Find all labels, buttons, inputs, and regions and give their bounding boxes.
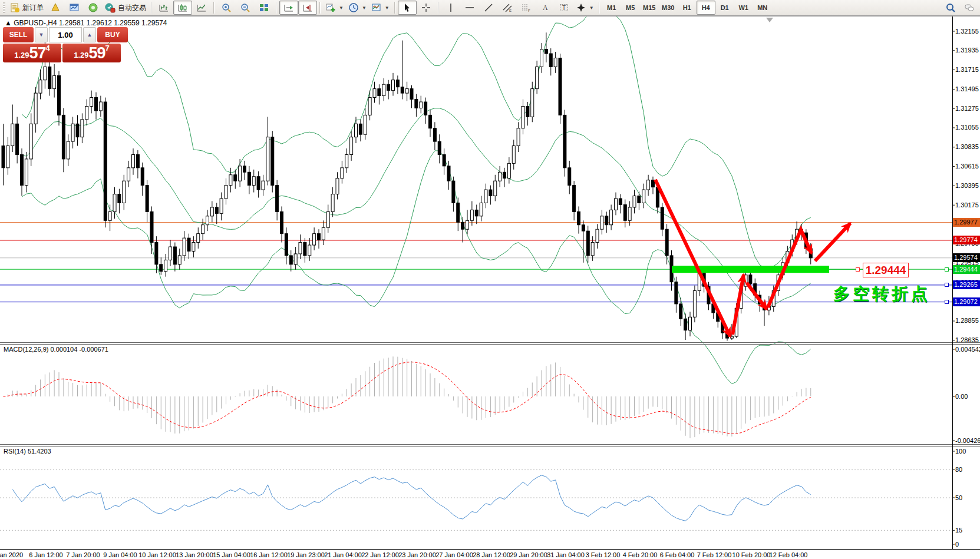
chart-shift-icon bbox=[302, 2, 313, 13]
trendline-tool-button[interactable] bbox=[479, 1, 498, 15]
rsi-axis-tick: 80 bbox=[955, 466, 962, 473]
vertical-line-icon bbox=[446, 2, 456, 13]
time-axis-label: 7 Feb 12:00 bbox=[697, 551, 732, 558]
auto-trading-icon bbox=[105, 2, 116, 13]
time-axis-label: 10 Feb 20:00 bbox=[732, 551, 771, 558]
price-axis-tick: 1.30175 bbox=[955, 201, 979, 209]
sell-price-tile[interactable]: 1.29574 bbox=[3, 44, 61, 62]
rsi-axis-tick: 0 bbox=[955, 541, 959, 548]
vertical-line-tool-button[interactable] bbox=[441, 1, 460, 15]
price-axis-tick: 1.31055 bbox=[955, 124, 979, 131]
lot-decrease-button[interactable]: ▼ bbox=[35, 27, 48, 42]
zoom-out-button[interactable] bbox=[236, 1, 255, 15]
zoom-in-button[interactable] bbox=[217, 1, 236, 15]
new-order-button[interactable]: 新订单 bbox=[7, 1, 46, 15]
tile-windows-button[interactable] bbox=[255, 1, 273, 15]
timeframe-h1[interactable]: H1 bbox=[678, 1, 697, 15]
time-axis-label: 6 Feb 04:00 bbox=[660, 551, 695, 558]
horizontal-line-tool-button[interactable] bbox=[460, 1, 479, 15]
rsi-axis-tick: 50 bbox=[955, 494, 962, 501]
one-click-trading-panel: SELL ▼ ▲ BUY 1.29574 1.29597 bbox=[3, 27, 121, 62]
sell-button[interactable]: SELL bbox=[3, 27, 34, 42]
line-selection-handle[interactable] bbox=[856, 267, 860, 272]
chart-window-button[interactable] bbox=[46, 1, 65, 15]
chat-button[interactable] bbox=[960, 1, 979, 15]
auto-scroll-button[interactable] bbox=[279, 1, 298, 15]
text-tool-button[interactable]: A bbox=[536, 1, 555, 15]
lot-increase-button[interactable]: ▲ bbox=[83, 27, 96, 42]
line-selection-handle[interactable] bbox=[945, 300, 949, 304]
time-axis-label: 7 Jan 20:00 bbox=[66, 551, 100, 558]
macd-indicator-label: MACD(12,26,9) 0.000104 -0.000671 bbox=[4, 346, 108, 353]
equidistant-channel-icon: E bbox=[502, 2, 513, 13]
buy-price-tile[interactable]: 1.29597 bbox=[62, 44, 121, 62]
market-watch-button[interactable] bbox=[65, 1, 84, 15]
buy-button[interactable]: BUY bbox=[97, 27, 128, 42]
crosshair-tool-button[interactable] bbox=[417, 1, 435, 15]
price-axis-tick: 1.31935 bbox=[955, 47, 979, 54]
time-axis-label: 3 Jan 2020 bbox=[0, 551, 23, 558]
timeframe-mn[interactable]: MN bbox=[753, 1, 772, 15]
zoom-out-icon bbox=[240, 2, 250, 13]
auto-trading-button[interactable]: 自动交易 bbox=[103, 1, 149, 15]
svg-text:E: E bbox=[509, 9, 512, 12]
price-axis-tick: 1.31275 bbox=[955, 105, 979, 112]
price-axis-tick: 1.30615 bbox=[955, 163, 979, 170]
lot-size-input[interactable] bbox=[49, 27, 82, 42]
templates-button[interactable]: ▼ bbox=[369, 1, 392, 15]
crosshair-icon bbox=[421, 2, 431, 13]
fibonacci-tool-button[interactable]: F bbox=[517, 1, 536, 15]
sell-price-pip: 4 bbox=[46, 44, 50, 52]
chart-shift-marker[interactable] bbox=[766, 18, 773, 22]
line-selection-handle[interactable] bbox=[945, 283, 949, 287]
search-button[interactable] bbox=[941, 1, 960, 15]
timeframe-h4[interactable]: H4 bbox=[697, 1, 715, 15]
turning-point-annotation[interactable]: 多空转折点 bbox=[833, 283, 930, 305]
price-level-label: 1.29574 bbox=[953, 253, 980, 262]
dropdown-arrow-icon: ▼ bbox=[385, 5, 390, 11]
timeframe-d1[interactable]: D1 bbox=[715, 1, 734, 15]
community-button[interactable] bbox=[84, 1, 103, 15]
time-axis-label: 3 Feb 12:00 bbox=[586, 551, 621, 558]
sell-price-big: 57 bbox=[29, 45, 46, 61]
candlestick-chart-button[interactable] bbox=[173, 1, 192, 15]
candlestick-chart-icon bbox=[177, 2, 188, 13]
timeframe-m1[interactable]: M1 bbox=[602, 1, 621, 15]
cursor-icon bbox=[402, 2, 413, 13]
buy-price-main: 1.29 bbox=[74, 49, 88, 61]
price-axis-tick: 1.28855 bbox=[955, 317, 979, 324]
gold-pointer-icon bbox=[50, 2, 61, 13]
time-axis-label: 4 Feb 20:00 bbox=[623, 551, 658, 558]
auto-trading-label: 自动交易 bbox=[118, 3, 146, 13]
toolbar-separator bbox=[599, 2, 600, 14]
line-selection-handle[interactable] bbox=[945, 267, 949, 272]
line-chart-button[interactable] bbox=[192, 1, 211, 15]
svg-text:T: T bbox=[562, 5, 566, 11]
chart-canvas[interactable] bbox=[0, 0, 980, 559]
channel-tool-button[interactable]: E bbox=[498, 1, 517, 15]
horizontal-line-icon bbox=[464, 2, 475, 13]
toolbar-separator bbox=[438, 2, 439, 14]
price-axis-tick: 1.31715 bbox=[955, 66, 979, 73]
toolbar-separator bbox=[319, 2, 321, 14]
rsi-axis-tick: 100 bbox=[955, 448, 966, 455]
label-tool-button[interactable]: T bbox=[555, 1, 573, 15]
time-axis-label: 27 Jan 04:00 bbox=[435, 551, 473, 558]
price-tag-annotation[interactable]: 1.29444 bbox=[863, 263, 909, 277]
timeframe-m30[interactable]: M30 bbox=[659, 1, 678, 15]
toolbar: 新订单 自动交易 bbox=[0, 0, 980, 16]
chart-shift-button[interactable] bbox=[298, 1, 317, 15]
indicators-button[interactable]: ▼ bbox=[323, 1, 346, 15]
periods-button[interactable]: ▼ bbox=[346, 1, 369, 15]
arrows-tool-button[interactable]: ▼ bbox=[573, 1, 596, 15]
bar-chart-button[interactable] bbox=[154, 1, 173, 15]
price-axis-tick: 1.32155 bbox=[955, 28, 979, 35]
timeframe-w1[interactable]: W1 bbox=[734, 1, 753, 15]
toolbar-grip[interactable] bbox=[3, 2, 5, 13]
timeframe-m15[interactable]: M15 bbox=[640, 1, 659, 15]
new-order-icon bbox=[9, 2, 20, 13]
timeframe-m5[interactable]: M5 bbox=[621, 1, 640, 15]
price-axis-tick: 1.30835 bbox=[955, 143, 979, 150]
time-axis-label: 31 Jan 04:00 bbox=[547, 551, 585, 558]
cursor-tool-button[interactable] bbox=[398, 1, 417, 15]
